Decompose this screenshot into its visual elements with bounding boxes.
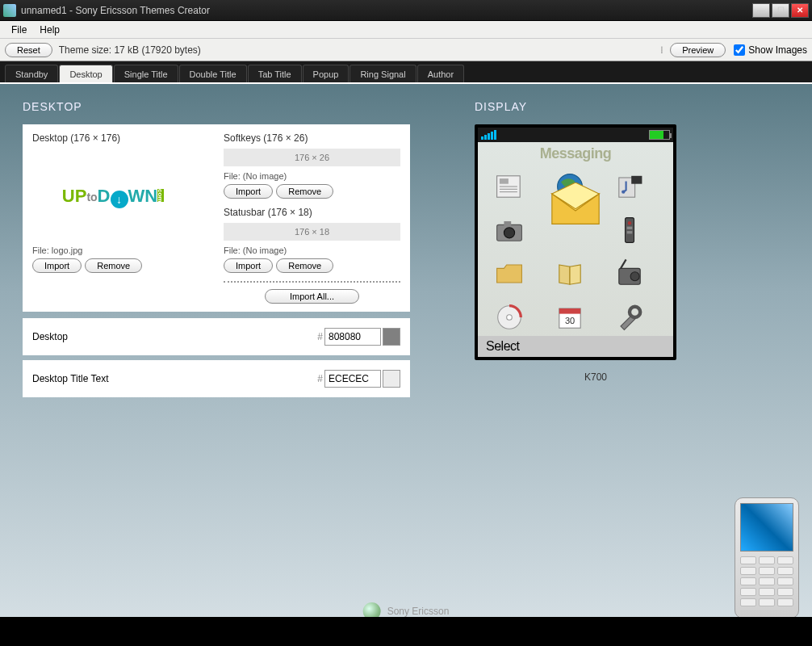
softkeys-placeholder: 176 × 26 [224,149,400,166]
toolbar: Reset Theme size: 17 kB (17920 bytes) ⁞ … [0,39,812,61]
tools-icon [608,298,651,336]
svg-point-13 [504,228,514,238]
logo-image: UPtoD↓WNcom [32,169,194,225]
softkey-select-label: Select [486,339,519,354]
bottom-strip [0,617,812,625]
svg-rect-4 [500,178,509,184]
svg-text:30: 30 [565,316,575,325]
svg-point-27 [630,307,640,317]
book-icon [548,254,592,293]
panel-images: Desktop (176 × 176) UPtoD↓WNcom File: lo… [23,124,410,312]
hash-icon: # [317,331,323,342]
color-desktop-swatch[interactable] [383,328,400,346]
softkeys-remove-button[interactable]: Remove [276,184,333,199]
tab-desktop[interactable]: Desktop [59,65,112,82]
hash-icon: # [317,373,323,384]
desktop-import-button[interactable]: Import [32,258,82,273]
phone-model-label: K700 [475,371,717,383]
import-all-button[interactable]: Import All... [265,289,359,304]
phone-softkey-bar: Select [478,336,673,357]
menubar: File Help [0,21,812,39]
close-button[interactable]: ✕ [791,3,809,18]
color-desktop-input[interactable] [324,328,381,346]
color-desktop-label: Desktop [32,331,317,342]
handset-illustration [735,497,799,619]
section-display-heading: DISPLAY [475,100,717,113]
menu-help[interactable]: Help [33,23,66,37]
desktop-file-label: File: logo.jpg [32,245,209,255]
statusbar-file-label: File: (No image) [224,245,400,255]
section-desktop-heading: DESKTOP [23,100,410,113]
desktop-preview: UPtoD↓WNcom [32,149,209,245]
color-title-input[interactable] [324,370,381,388]
remote-icon [608,211,651,250]
svg-point-23 [507,315,513,321]
statusbar-label: Statusbar (176 × 18) [224,207,400,218]
news-icon [488,167,531,206]
svg-line-21 [621,259,626,268]
svg-rect-11 [632,176,642,184]
svg-point-20 [630,272,639,281]
tabs: Standby Desktop Single Title Double Titl… [0,61,812,84]
app-icon [3,4,16,17]
tab-popup[interactable]: Popup [303,65,349,82]
phone-status-bar [478,128,673,142]
camera-icon [488,211,531,250]
phone-screen: Messaging 30 [478,142,673,336]
titlebar: unnamed1 - Sony Ericsson Themes Creator … [0,0,812,21]
folder-icon [488,254,531,293]
show-images-input[interactable] [734,44,745,56]
show-images-checkbox[interactable]: Show Images [734,44,807,56]
brand-label: Sony Ericsson [387,606,450,617]
statusbar-remove-button[interactable]: Remove [276,258,333,273]
battery-icon [649,130,670,140]
grip-icon: ⁞ [660,44,662,56]
svg-rect-18 [627,231,633,233]
tab-tab-title[interactable]: Tab Title [248,65,302,82]
calendar-icon: 30 [548,298,592,336]
color-title-swatch[interactable] [383,370,400,388]
radio-icon [608,254,651,293]
handset-screen [740,503,793,552]
show-images-label: Show Images [748,44,807,56]
svg-rect-17 [627,227,633,229]
reset-button[interactable]: Reset [5,43,52,57]
window-title: unnamed1 - Sony Ericsson Themes Creator [21,5,752,16]
statusbar-import-button[interactable]: Import [224,258,273,273]
color-title-label: Desktop Title Text [32,373,121,384]
media-icon [608,167,651,206]
softkeys-file-label: File: (No image) [224,171,400,181]
preview-button[interactable]: Preview [670,43,726,57]
maximize-button[interactable]: ☐ [772,3,789,18]
tab-author[interactable]: Author [417,65,464,82]
tab-ring-signal[interactable]: Ring Signal [349,65,416,82]
tab-standby[interactable]: Standby [5,65,58,82]
svg-point-10 [622,190,625,193]
softkeys-import-button[interactable]: Import [224,184,273,199]
softkeys-label: Softkeys (176 × 26) [224,132,400,144]
phone-preview: Messaging 30 [475,124,676,360]
desktop-remove-button[interactable]: Remove [85,258,142,273]
cd-icon [488,298,531,336]
tab-single-title[interactable]: Single Title [114,65,178,82]
statusbar-placeholder: 176 × 18 [224,223,400,241]
theme-size-label: Theme size: 17 kB (17920 bytes) [59,44,201,56]
svg-rect-25 [559,308,580,314]
signal-icon [481,130,496,140]
minimize-button[interactable]: — [752,3,770,18]
phone-screen-title: Messaging [478,142,673,162]
tab-double-title[interactable]: Double Title [179,65,247,82]
menu-file[interactable]: File [5,23,33,37]
mail-icon [547,182,604,230]
color-row-title-text: Desktop Title Text # [23,360,410,397]
main-area: DESKTOP Desktop (176 × 176) UPtoD↓WNcom … [0,84,812,625]
desktop-image-label: Desktop (176 × 176) [32,132,209,144]
svg-rect-14 [504,221,511,226]
divider [224,281,400,283]
svg-point-16 [628,221,631,224]
color-row-desktop: Desktop # [23,318,410,355]
